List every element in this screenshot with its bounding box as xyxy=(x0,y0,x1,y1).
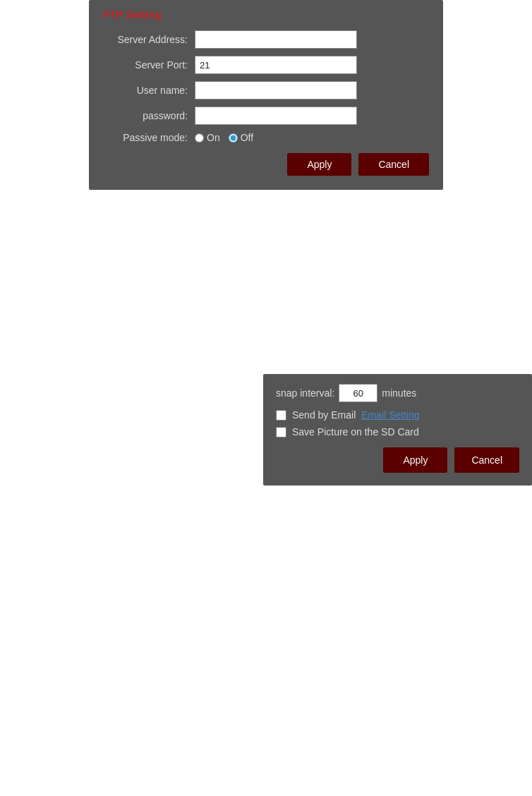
password-input[interactable] xyxy=(195,107,357,125)
username-row: User name: xyxy=(103,81,429,100)
send-email-checkbox[interactable] xyxy=(276,410,286,421)
ftp-panel: FTP Setting Server Address: Server Port:… xyxy=(89,0,443,190)
snap-cancel-button[interactable]: Cancel xyxy=(454,447,519,473)
snap-interval-row: snap interval: minutes xyxy=(276,384,519,402)
passive-on-option[interactable]: On xyxy=(195,132,220,143)
save-sd-row: Save Picture on the SD Card xyxy=(276,426,519,438)
server-address-row: Server Address: xyxy=(103,30,429,49)
snap-apply-button[interactable]: Apply xyxy=(383,447,447,473)
passive-off-radio[interactable] xyxy=(229,133,238,143)
page-container: FTP Setting Server Address: Server Port:… xyxy=(0,0,532,796)
ftp-buttons: Apply Cancel xyxy=(103,153,429,176)
passive-mode-row: Passive mode: On Off xyxy=(103,132,429,143)
passive-mode-radio-group: On Off xyxy=(195,132,253,143)
snap-interval-input[interactable] xyxy=(339,384,377,402)
server-address-label: Server Address: xyxy=(103,34,195,45)
passive-on-label: On xyxy=(207,132,220,143)
server-port-label: Server Port: xyxy=(103,59,195,71)
server-port-row: Server Port: xyxy=(103,56,429,74)
server-port-input[interactable] xyxy=(195,56,357,74)
server-address-input[interactable] xyxy=(195,30,357,49)
send-email-label: Send by Email xyxy=(292,409,356,421)
send-email-row: Send by Email Email Setting xyxy=(276,409,519,421)
email-setting-link[interactable]: Email Setting xyxy=(361,409,419,421)
passive-off-option[interactable]: Off xyxy=(229,132,253,143)
snap-buttons: Apply Cancel xyxy=(276,447,519,473)
ftp-apply-button[interactable]: Apply xyxy=(287,153,351,176)
snap-minutes-label: minutes xyxy=(382,387,416,399)
username-input[interactable] xyxy=(195,81,357,100)
passive-on-radio[interactable] xyxy=(195,133,204,143)
passive-off-label: Off xyxy=(241,132,253,143)
ftp-title: FTP Setting xyxy=(103,8,429,20)
save-sd-checkbox[interactable] xyxy=(276,427,286,438)
save-sd-label: Save Picture on the SD Card xyxy=(292,426,419,438)
password-label: password: xyxy=(103,110,195,121)
password-row: password: xyxy=(103,107,429,125)
passive-mode-label: Passive mode: xyxy=(103,132,195,143)
username-label: User name: xyxy=(103,85,195,96)
snap-panel: snap interval: minutes Send by Email Ema… xyxy=(263,374,532,486)
ftp-cancel-button[interactable]: Cancel xyxy=(358,153,429,176)
snap-interval-label: snap interval: xyxy=(276,387,334,399)
